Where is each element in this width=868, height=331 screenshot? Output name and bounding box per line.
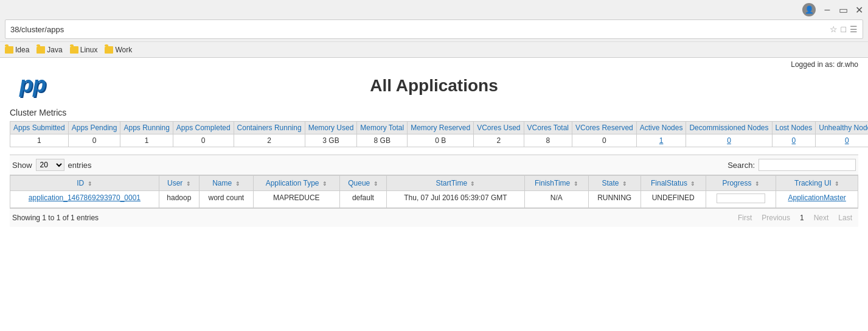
close-button[interactable]: ✕ [855, 5, 863, 14]
metrics-col-header: Memory Used [305, 122, 357, 134]
addressbar-icons: ☆ □ ☰ [830, 24, 858, 34]
metrics-link[interactable]: 1 [659, 136, 664, 145]
metrics-col-header: Memory Total [357, 122, 408, 134]
sort-icon: ⇕ [755, 181, 760, 187]
bookmark-linux[interactable]: Linux [70, 46, 98, 54]
apps-col-header[interactable]: FinalStatus ⇕ [641, 176, 706, 191]
metrics-col-header: Unhealthy Nodes [816, 122, 868, 134]
sort-icon: ⇕ [690, 181, 695, 187]
entries-label: entries [68, 161, 92, 170]
metrics-cell: 0 [68, 134, 120, 147]
minimize-button[interactable]: – [823, 5, 832, 14]
folder-icon-work [105, 46, 113, 54]
sort-icon: ⇕ [235, 181, 240, 187]
app-logo: pp [19, 74, 50, 98]
metrics-cell: 1 [120, 134, 173, 147]
bookmark-label-work: Work [115, 46, 132, 54]
apps-col-header[interactable]: State ⇕ [588, 176, 641, 191]
table-controls: Show 20 50 100 entries Search: [10, 155, 858, 175]
apps-col-header[interactable]: Queue ⇕ [339, 176, 386, 191]
apps-table: ID ⇕User ⇕Name ⇕Application Type ⇕Queue … [10, 175, 858, 208]
last-page-btn[interactable]: Last [835, 212, 856, 223]
cluster-metrics-title: Cluster Metrics [10, 105, 858, 121]
apps-col-header[interactable]: Name ⇕ [199, 176, 253, 191]
profile-icon: 👤 [802, 3, 816, 16]
table-footer: Showing 1 to 1 of 1 entries First Previo… [10, 208, 858, 227]
search-box: Search: [727, 159, 858, 171]
metrics-col-header: Apps Completed [173, 122, 234, 134]
current-page: 1 [796, 212, 808, 223]
app-starttime-cell: Thu, 07 Jul 2016 05:39:07 GMT [387, 191, 525, 208]
bookmark-java[interactable]: Java [36, 46, 62, 54]
app-id-cell: application_1467869293970_0001 [10, 191, 159, 208]
bookmark-label-idea: Idea [15, 46, 29, 54]
app-queue-cell: default [339, 191, 386, 208]
apps-col-header[interactable]: FinishTime ⇕ [524, 176, 588, 191]
showing-text: Showing 1 to 1 of 1 entries [12, 214, 99, 222]
star-icon: ☆ [830, 24, 838, 34]
maximize-button[interactable]: ▭ [839, 5, 847, 14]
menu-icon: ☰ [850, 24, 858, 34]
metrics-cell: 8 GB [357, 134, 408, 147]
progress-bar-outer [717, 193, 765, 203]
next-page-btn[interactable]: Next [810, 212, 833, 223]
metrics-col-header: Apps Running [120, 122, 173, 134]
app-tracking-link[interactable]: ApplicationMaster [788, 193, 845, 202]
metrics-link[interactable]: 0 [845, 136, 849, 145]
bookmark-label-java: Java [47, 46, 62, 54]
show-entries-control: Show 20 50 100 entries [10, 159, 92, 171]
app-state-cell: RUNNING [588, 191, 641, 208]
app-tracking-cell: ApplicationMaster [776, 191, 858, 208]
logged-in-text: Logged in as: dr.who [791, 60, 858, 69]
url-text: 38/cluster/apps [10, 25, 64, 34]
previous-page-btn[interactable]: Previous [758, 212, 794, 223]
show-entries-select[interactable]: 20 50 100 [36, 159, 64, 171]
app-id-link[interactable]: application_1467869293970_0001 [29, 193, 141, 202]
sort-icon: ⇕ [373, 181, 378, 187]
metrics-col-header: Apps Submitted [10, 122, 69, 134]
metrics-cell: 2 [234, 134, 305, 147]
metrics-cell: 0 B [408, 134, 474, 147]
pagination-controls: First Previous 1 Next Last [734, 212, 856, 223]
apps-col-header[interactable]: Progress ⇕ [706, 176, 776, 191]
address-bar[interactable]: 38/cluster/apps ☆ □ ☰ [5, 19, 863, 39]
show-label: Show [12, 161, 32, 170]
bookmark-idea[interactable]: Idea [5, 46, 29, 54]
apps-col-header[interactable]: User ⇕ [159, 176, 199, 191]
apps-col-header[interactable]: Tracking UI ⇕ [776, 176, 858, 191]
metrics-col-header: VCores Total [524, 122, 572, 134]
page-content: Logged in as: dr.who pp All Applications… [0, 58, 868, 237]
metrics-cell: 0 [173, 134, 234, 147]
folder-icon-idea [5, 46, 13, 54]
app-user-cell: hadoop [159, 191, 199, 208]
first-page-btn[interactable]: First [734, 212, 755, 223]
metrics-table: Apps SubmittedApps PendingApps RunningAp… [10, 121, 868, 147]
browser-titlebar: 👤 – ▭ ✕ [0, 0, 868, 19]
logged-in-bar: Logged in as: dr.who [10, 58, 858, 71]
page-title: All Applications [370, 76, 498, 96]
metrics-link[interactable]: 0 [792, 136, 796, 145]
sort-icon: ⇕ [88, 181, 92, 187]
page-title-area: pp All Applications [10, 71, 858, 105]
metrics-col-header: Active Nodes [636, 122, 686, 134]
apps-col-header[interactable]: ID ⇕ [10, 176, 159, 191]
extensions-icon: □ [841, 24, 846, 34]
metrics-cell: 2 [474, 134, 524, 147]
app-finishtime-cell: N/A [524, 191, 588, 208]
metrics-link[interactable]: 0 [727, 136, 731, 145]
bookmarks-bar: Idea Java Linux Work [0, 41, 868, 57]
metrics-col-header: VCores Reserved [572, 122, 637, 134]
sort-icon: ⇕ [470, 181, 475, 187]
sort-icon: ⇕ [322, 181, 327, 187]
sort-icon: ⇕ [835, 181, 839, 187]
apps-col-header[interactable]: Application Type ⇕ [253, 176, 339, 191]
metrics-col-header: Memory Reserved [408, 122, 474, 134]
bookmark-work[interactable]: Work [105, 46, 132, 54]
apps-col-header[interactable]: StartTime ⇕ [387, 176, 525, 191]
app-progress-cell [706, 191, 776, 208]
search-label: Search: [727, 161, 755, 170]
metrics-cell: 1 [636, 134, 686, 147]
app-name-cell: word count [199, 191, 253, 208]
folder-icon-linux [70, 46, 78, 54]
search-input[interactable] [759, 159, 856, 171]
